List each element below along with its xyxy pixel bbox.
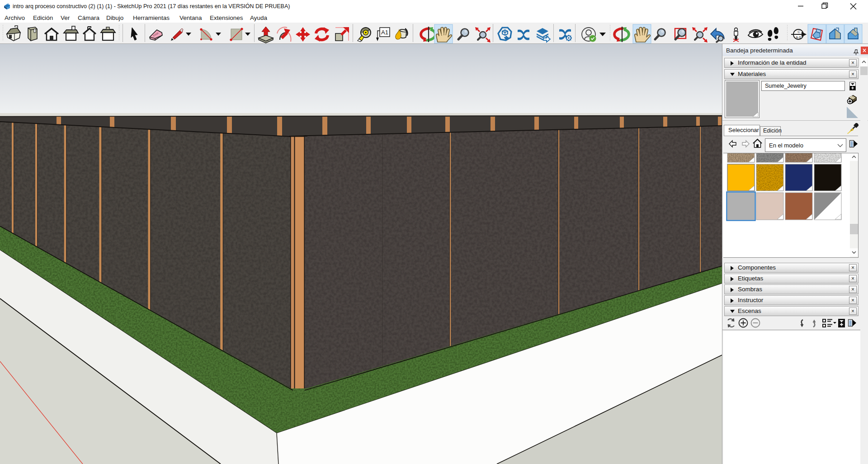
svg-text:C: C	[797, 30, 800, 34]
svg-text:A1: A1	[381, 29, 388, 36]
svg-text:A-S: A-S	[796, 36, 801, 39]
